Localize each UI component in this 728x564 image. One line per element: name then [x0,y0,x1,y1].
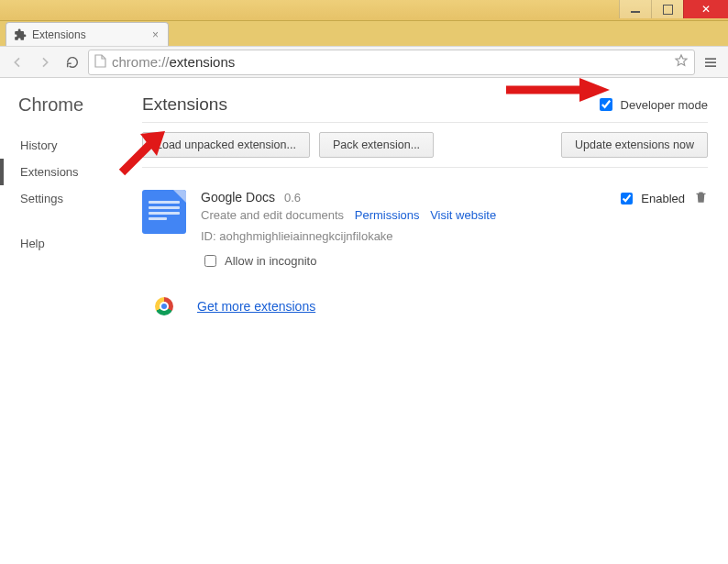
reload-button[interactable] [61,50,84,74]
sidebar: Chrome History Extensions Settings Help [0,78,142,564]
allow-incognito-label: Allow in incognito [225,254,316,268]
sidebar-item-history[interactable]: History [18,132,142,159]
back-button[interactable] [6,50,29,74]
page-icon [94,54,106,71]
sidebar-item-extensions[interactable]: Extensions [0,159,142,185]
page-title: Extensions [142,94,596,115]
svg-rect-1 [705,61,716,63]
tab-close-icon[interactable]: × [150,28,160,41]
window-close-button[interactable] [683,0,728,18]
pack-extension-button[interactable]: Pack extension... [319,132,434,158]
extension-permissions-link[interactable]: Permissions [355,208,420,222]
chrome-logo-icon [155,297,173,315]
tab-title: Extensions [32,28,86,41]
extension-visit-website-link[interactable]: Visit website [430,208,496,222]
developer-mode-toggle[interactable]: Developer mode [596,95,708,114]
developer-mode-label: Developer mode [621,98,708,112]
window-titlebar [0,0,728,21]
brand-heading: Chrome [18,94,142,116]
get-more-extensions-link[interactable]: Get more extensions [197,299,315,314]
extension-icon [142,190,186,234]
extension-enabled-label: Enabled [641,192,685,205]
extension-id-prefix: ID: [201,229,216,243]
tab-strip: Extensions × [0,21,728,46]
extension-id: aohghmighlieiainnegkcijnfilokake [219,229,392,243]
bookmark-star-icon[interactable] [674,53,689,71]
window-minimize-button[interactable] [619,0,651,18]
allow-incognito-checkbox[interactable] [204,255,216,267]
window-maximize-button[interactable] [651,0,683,18]
browser-tab-extensions[interactable]: Extensions × [6,22,169,46]
svg-rect-2 [705,65,716,67]
sidebar-item-settings[interactable]: Settings [18,185,142,212]
puzzle-piece-icon [14,28,27,41]
extension-row: Google Docs 0.6 Create and edit document… [142,184,708,288]
forward-button[interactable] [33,50,57,74]
extension-name: Google Docs [201,190,275,205]
trash-icon[interactable] [694,190,708,207]
svg-rect-0 [705,58,716,60]
browser-toolbar: chrome://extensions [0,46,728,78]
extension-version: 0.6 [284,191,301,205]
url-text: chrome://extensions [112,54,668,70]
load-unpacked-button[interactable]: Load unpacked extension... [142,132,310,158]
extension-enabled-toggle[interactable]: Enabled [617,190,685,207]
sidebar-item-help[interactable]: Help [18,230,142,257]
menu-button[interactable] [699,50,722,74]
extension-enabled-checkbox[interactable] [621,193,633,205]
update-extensions-button[interactable]: Update extensions now [561,132,708,158]
developer-mode-checkbox[interactable] [600,98,612,111]
url-path: extensions [170,54,236,70]
extension-description: Create and edit documents [201,208,344,222]
url-protocol: chrome:// [112,54,170,70]
address-bar[interactable]: chrome://extensions [88,50,695,75]
